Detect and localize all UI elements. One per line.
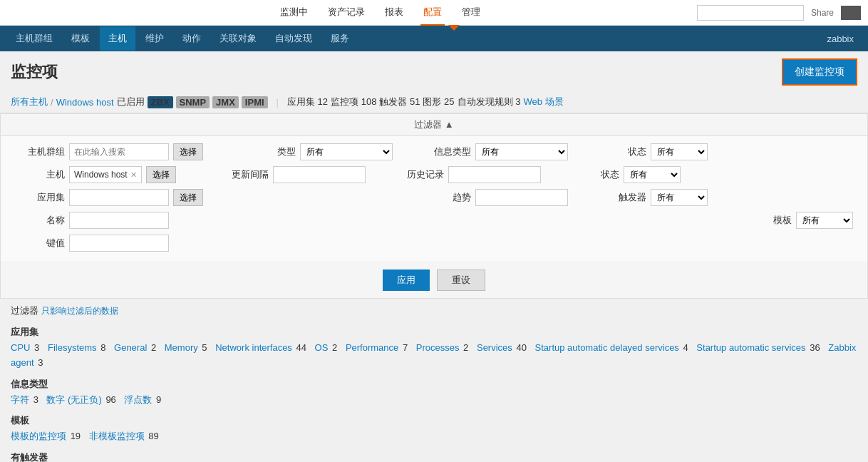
infotype-char[interactable]: 字符 — [11, 394, 29, 405]
infotype-unsigned-count: 96 — [105, 394, 115, 405]
top-nav-links: 监测中 资产记录 报表 配置 管理 — [64, 0, 697, 26]
breadcrumb: 所有主机 / Windows host 已启用 ZBX SNMP JMX IPM… — [0, 93, 868, 113]
nav-admin[interactable]: 管理 — [459, 0, 483, 26]
tab-graphs[interactable]: 图形 25 — [423, 96, 454, 108]
nav-services[interactable]: 服务 — [322, 26, 358, 51]
host-tag-remove[interactable]: ✕ — [130, 170, 137, 180]
config-arrow-indicator — [448, 25, 460, 31]
share-button[interactable]: Share — [811, 8, 834, 18]
appset-section: 应用集 CPU 3 Filesystems 8 General 2 Memory… — [0, 323, 868, 375]
infotype-float-count: 9 — [156, 394, 161, 405]
breadcrumb-current-host[interactable]: Windows host — [56, 97, 114, 108]
tab-web-scenarios[interactable]: Web 场景 — [523, 96, 563, 108]
appset-general[interactable]: General — [114, 342, 147, 353]
breadcrumb-separator: / — [51, 97, 53, 108]
tab-triggers[interactable]: 触发器 51 — [379, 96, 420, 108]
appset-startup-auto[interactable]: Startup automatic services — [696, 342, 805, 353]
tab-items[interactable]: 监控项 108 — [331, 96, 376, 108]
name-input[interactable] — [69, 212, 169, 229]
label-infotype: 信息类型 — [421, 145, 471, 158]
nav-monitor[interactable]: 监测中 — [277, 0, 311, 26]
appset-os-count: 2 — [332, 342, 337, 353]
infotype-float[interactable]: 浮点数 — [124, 394, 152, 405]
appset-os[interactable]: OS — [315, 342, 329, 353]
filter-section: 过滤器 ▲ 主机群组 选择 类型 所有 信息类型 所有 — [0, 113, 868, 299]
status1-select[interactable]: 所有 — [651, 143, 708, 160]
appset-links: CPU 3 Filesystems 8 General 2 Memory 5 N… — [11, 341, 857, 371]
filter-info: 过滤器 只影响过滤后的数据 — [0, 299, 868, 323]
appset-cpu[interactable]: CPU — [11, 342, 30, 353]
nav-maintenance[interactable]: 维护 — [137, 26, 172, 51]
infotype-unsigned[interactable]: 数字 (无正负) — [46, 394, 101, 405]
nav-reports[interactable]: 报表 — [382, 0, 406, 26]
label-keyvalue: 键值 — [15, 237, 65, 250]
label-appset: 应用集 — [15, 191, 65, 204]
create-item-button[interactable]: 创建监控项 — [782, 58, 857, 86]
nav-config[interactable]: 配置 — [420, 0, 445, 26]
hostgroup-select-btn[interactable]: 选择 — [173, 143, 203, 160]
update-interval-input[interactable] — [273, 166, 366, 183]
template-linked-count: 19 — [71, 431, 81, 441]
badge-snmp[interactable]: SNMP — [176, 96, 210, 108]
tab-appset[interactable]: 应用集 12 — [287, 96, 328, 108]
tab-discovery-rules[interactable]: 自动发现规则 3 — [458, 96, 521, 108]
nav-assets[interactable]: 资产记录 — [325, 0, 368, 26]
appset-filesystems[interactable]: Filesystems — [48, 342, 97, 353]
template-links: 模板的监控项 19 非模板监控项 89 — [11, 429, 857, 444]
reset-button[interactable]: 重设 — [437, 270, 485, 291]
nav-actions[interactable]: 动作 — [174, 26, 210, 51]
label-status1: 状态 — [596, 145, 646, 158]
badge-ipmi[interactable]: IPMI — [242, 96, 268, 108]
appset-services[interactable]: Services — [477, 342, 512, 353]
appset-startup-delayed-count: 4 — [683, 342, 688, 353]
badge-jmx[interactable]: JMX — [212, 96, 239, 108]
nav-correlations[interactable]: 关联对象 — [211, 26, 265, 51]
breadcrumb-all-hosts[interactable]: 所有主机 — [11, 96, 48, 108]
main-content: 过滤器 ▲ 主机群组 选择 类型 所有 信息类型 所有 — [0, 113, 868, 462]
filter-header[interactable]: 过滤器 ▲ — [1, 114, 867, 136]
appset-network[interactable]: Network interfaces — [215, 342, 292, 353]
infotype-select[interactable]: 所有 — [475, 143, 568, 160]
appset-startup-delayed[interactable]: Startup automatic delayed services — [535, 342, 679, 353]
host-tag: Windows host ✕ — [69, 166, 142, 183]
keyvalue-input[interactable] — [69, 235, 169, 252]
appset-input[interactable] — [69, 189, 169, 206]
nav-hostgroups[interactable]: 主机群组 — [7, 26, 61, 51]
appset-performance[interactable]: Performance — [346, 342, 398, 353]
template-section-title: 模板 — [11, 414, 857, 427]
appset-processes-count: 2 — [463, 342, 468, 353]
status2-select[interactable]: 所有 — [624, 166, 681, 183]
appset-zabbix-agent-count: 3 — [38, 357, 43, 368]
host-select-btn[interactable]: 选择 — [146, 166, 176, 183]
enabled-label: 已启用 — [117, 96, 145, 108]
page-header: 监控项 创建监控项 — [0, 51, 868, 93]
appset-section-title: 应用集 — [11, 326, 857, 339]
user-avatar — [841, 6, 861, 20]
infotype-section-title: 信息类型 — [11, 378, 857, 391]
nav-templates[interactable]: 模板 — [63, 26, 98, 51]
nav-hosts[interactable]: 主机 — [100, 26, 135, 51]
appset-select-btn[interactable]: 选择 — [173, 189, 203, 206]
template-select[interactable]: 所有 — [796, 212, 853, 229]
appset-general-count: 2 — [151, 342, 156, 353]
secondary-nav: 主机群组 模板 主机 维护 动作 关联对象 自动发现 服务 zabbix — [0, 26, 868, 51]
template-linked[interactable]: 模板的监控项 — [11, 431, 66, 441]
history-record-input[interactable] — [448, 166, 541, 183]
appset-network-count: 44 — [296, 342, 306, 353]
nav-discovery[interactable]: 自动发现 — [267, 26, 321, 51]
template-not-linked[interactable]: 非模板监控项 — [89, 431, 145, 441]
appset-performance-count: 7 — [403, 342, 408, 353]
badge-zbx[interactable]: ZBX — [148, 96, 173, 108]
label-hostgroup: 主机群组 — [15, 145, 65, 158]
apply-button[interactable]: 应用 — [383, 270, 430, 291]
appset-memory[interactable]: Memory — [165, 342, 198, 353]
trigger-select[interactable]: 所有 — [651, 189, 708, 206]
trigger-section-title: 有触发器 — [11, 451, 857, 462]
label-update-interval: 更新间隔 — [219, 168, 269, 181]
template-section: 模板 模板的监控项 19 非模板监控项 89 — [0, 411, 868, 448]
search-input[interactable] — [697, 5, 804, 21]
type-select[interactable]: 所有 — [300, 143, 393, 160]
hostgroup-input[interactable] — [69, 143, 169, 160]
appset-processes[interactable]: Processes — [416, 342, 460, 353]
trend-input[interactable] — [475, 189, 568, 206]
